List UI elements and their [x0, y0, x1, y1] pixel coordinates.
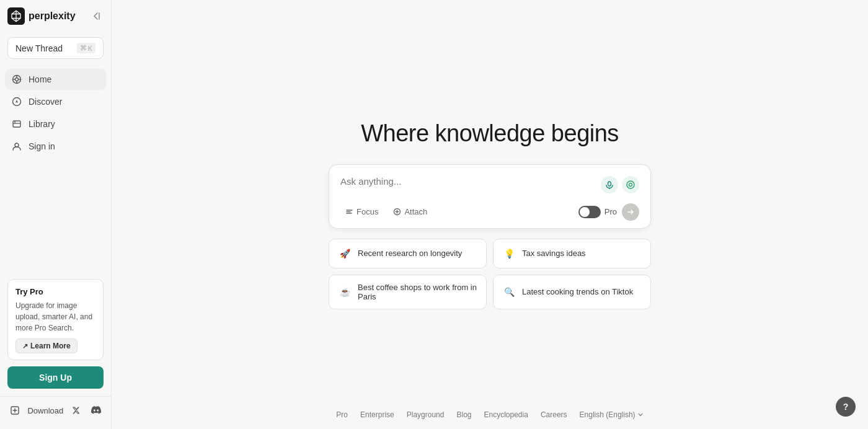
download-label: Download: [27, 406, 63, 415]
svg-point-14: [608, 182, 611, 186]
logo-text: perplexity: [29, 11, 76, 22]
footer-link-blog[interactable]: Blog: [456, 410, 471, 419]
svg-point-12: [15, 143, 19, 147]
download-button[interactable]: [7, 402, 22, 419]
suggestion-text-3: Latest cooking trends on Tiktok: [522, 287, 633, 296]
discord-button[interactable]: [89, 402, 104, 419]
language-label: English (English): [580, 410, 636, 419]
suggestion-icon-0: 🚀: [338, 247, 352, 260]
toggle-thumb: [580, 207, 590, 217]
suggestion-icon-3: 🔍: [502, 285, 516, 299]
signin-label: Sign in: [29, 141, 55, 151]
home-icon: [11, 74, 22, 85]
pro-toggle-label: Pro: [604, 207, 617, 216]
sidebar-item-discover[interactable]: Discover: [5, 91, 106, 112]
sidebar-item-home[interactable]: Home: [5, 69, 106, 90]
suggestion-text-1: Tax savings ideas: [522, 249, 586, 258]
suggestion-card-3[interactable]: 🔍 Latest cooking trends on Tiktok: [493, 275, 651, 309]
search-icons: [601, 176, 639, 193]
suggestion-text-2: Best coffee shops to work from in Paris: [358, 283, 477, 301]
help-icon: ?: [843, 402, 849, 412]
sign-up-button[interactable]: Sign Up: [7, 366, 104, 389]
signin-icon: [11, 141, 22, 152]
search-bottom-row: Focus Attach Pro: [340, 203, 639, 221]
search-input[interactable]: [340, 176, 601, 187]
help-button[interactable]: ?: [836, 397, 856, 417]
svg-point-16: [627, 181, 634, 188]
sidebar-item-signin[interactable]: Sign in: [5, 136, 106, 157]
attach-label: Attach: [404, 207, 427, 216]
suggestion-card-0[interactable]: 🚀 Recent research on longevity: [329, 239, 487, 268]
hero-title: Where knowledge begins: [361, 120, 619, 147]
search-box: Focus Attach Pro: [329, 164, 651, 229]
sidebar-bottom: Try Pro Upgrade for image upload, smarte…: [0, 272, 111, 397]
logo-icon: [7, 7, 25, 25]
try-pro-box: Try Pro Upgrade for image upload, smarte…: [7, 279, 104, 361]
camera-input-button[interactable]: [622, 176, 639, 193]
suggestion-card-1[interactable]: 💡 Tax savings ideas: [493, 239, 651, 268]
try-pro-description: Upgrade for image upload, smarter AI, an…: [16, 300, 95, 334]
new-thread-shortcut: ⌘ K: [77, 43, 95, 53]
suggestions: 🚀 Recent research on longevity 💡 Tax sav…: [329, 239, 651, 309]
logo: perplexity: [7, 7, 76, 25]
footer-link-encyclopedia[interactable]: Encyclopedia: [484, 410, 528, 419]
svg-point-17: [629, 183, 632, 186]
submit-button[interactable]: [622, 203, 639, 221]
sidebar-header: perplexity: [0, 7, 111, 32]
home-label: Home: [29, 74, 51, 84]
collapse-sidebar-button[interactable]: [89, 9, 104, 24]
learn-more-label: Learn More: [30, 342, 71, 350]
discover-icon: [11, 96, 22, 107]
sidebar-item-library[interactable]: Library: [5, 113, 106, 135]
voice-input-button[interactable]: [601, 176, 618, 193]
main-footer: Pro Enterprise Playground Blog Encyclope…: [336, 410, 643, 419]
new-thread-label: New Thread: [16, 43, 63, 53]
attach-button[interactable]: Attach: [388, 205, 432, 219]
language-selector[interactable]: English (English): [580, 410, 644, 419]
twitter-button[interactable]: [68, 402, 83, 419]
focus-button[interactable]: Focus: [340, 205, 383, 219]
pro-toggle[interactable]: Pro: [578, 206, 617, 218]
toggle-track[interactable]: [578, 206, 601, 218]
main-content: Where knowledge begins: [112, 0, 868, 429]
sign-up-label: Sign Up: [39, 373, 72, 383]
search-actions-left: Focus Attach: [340, 205, 432, 219]
sidebar-footer: Download: [0, 396, 111, 422]
sidebar: perplexity New Thread ⌘ K: [0, 0, 112, 429]
learn-more-button[interactable]: ↗ Learn More: [16, 338, 78, 353]
suggestion-text-0: Recent research on longevity: [358, 249, 462, 258]
library-icon: [11, 118, 22, 130]
suggestion-icon-1: 💡: [502, 247, 516, 260]
search-input-row: [340, 176, 639, 193]
nav-items: Home Discover Library: [0, 69, 111, 170]
library-label: Library: [29, 119, 55, 129]
suggestion-icon-2: ☕: [338, 285, 352, 299]
footer-link-pro[interactable]: Pro: [336, 410, 348, 419]
try-pro-title: Try Pro: [16, 286, 95, 298]
discover-label: Discover: [29, 97, 62, 107]
focus-label: Focus: [356, 207, 378, 216]
svg-point-3: [16, 78, 19, 81]
new-thread-button[interactable]: New Thread ⌘ K: [7, 37, 104, 59]
chevron-down-icon: [637, 412, 644, 418]
footer-link-enterprise[interactable]: Enterprise: [360, 410, 394, 419]
footer-link-careers[interactable]: Careers: [541, 410, 567, 419]
suggestion-card-2[interactable]: ☕ Best coffee shops to work from in Pari…: [329, 275, 487, 309]
svg-rect-9: [13, 121, 20, 127]
footer-link-playground[interactable]: Playground: [407, 410, 445, 419]
search-actions-right: Pro: [578, 203, 639, 221]
